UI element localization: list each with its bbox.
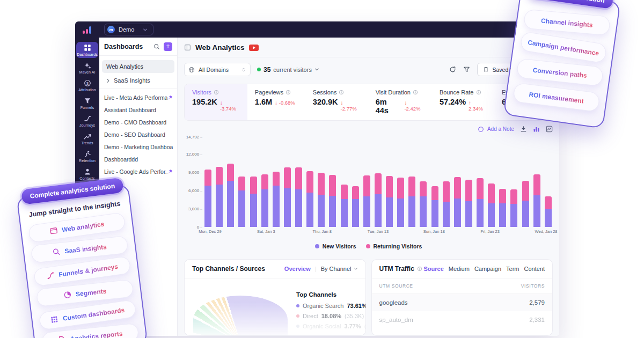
bar-chart-toggle-icon[interactable] <box>533 126 540 133</box>
current-visitors[interactable]: 35 current visitors <box>257 66 319 74</box>
utm-tab-source[interactable]: Source <box>423 266 443 272</box>
bar-segment-returning <box>284 167 291 189</box>
metric-pageviews[interactable]: Pageviews1.6M↓ -0.68% <box>247 84 305 120</box>
chart-bar[interactable] <box>499 189 506 227</box>
chart-bar[interactable] <box>295 167 302 227</box>
metric-visitors[interactable]: Visitors195.2K↓ -3.74% <box>185 84 247 120</box>
chart-bar[interactable] <box>488 183 495 227</box>
rail-item-funnels[interactable]: Funnels <box>76 95 98 111</box>
chart-bar[interactable] <box>465 180 472 227</box>
bar-segment-new <box>363 196 370 227</box>
channel-row-organic-social[interactable]: Organic Social3.77%(7.4K) <box>296 323 358 329</box>
add-note-button[interactable]: Add a Note <box>487 126 514 132</box>
chart-bar[interactable] <box>522 181 529 227</box>
promo-pill-roi-measurement[interactable]: ROI measurement <box>513 83 600 112</box>
rail-item-label: Maven AI <box>79 70 96 74</box>
chart-bar[interactable] <box>431 186 438 227</box>
download-icon[interactable] <box>520 126 527 133</box>
sparkle-icon <box>84 62 91 69</box>
metric-bounce-rate[interactable]: Bounce Rate57.24%↑ 2.34% <box>432 84 494 120</box>
chart-bar[interactable] <box>454 177 461 227</box>
line-chart-toggle-icon[interactable] <box>546 126 553 133</box>
add-dashboard-button[interactable]: + <box>164 42 172 51</box>
comment-icon[interactable] <box>478 126 484 133</box>
utm-tab-campaign[interactable]: Campaign <box>474 266 501 272</box>
panel-item-label: Demo - SEO Dashboard <box>104 131 173 138</box>
channel-row-direct[interactable]: Direct18.08%(35.3K) <box>296 313 358 319</box>
promo-pill-campaign-performance[interactable]: Campaign performance <box>519 31 608 64</box>
chart-bar[interactable] <box>420 181 427 227</box>
utm-tab-content[interactable]: Content <box>524 266 545 272</box>
refresh-icon[interactable] <box>449 66 456 73</box>
chart-bar[interactable] <box>408 177 415 227</box>
domain-select[interactable]: All Domains <box>184 63 251 76</box>
youtube-icon[interactable] <box>249 45 259 51</box>
chart-bar[interactable] <box>284 167 291 227</box>
rail-item-trends[interactable]: Trends <box>76 130 98 146</box>
arrow-down-icon: ↓ <box>220 100 223 106</box>
chart-bar[interactable] <box>443 181 450 227</box>
chart-bar[interactable] <box>363 175 370 227</box>
tab-overview[interactable]: Overview <box>284 266 311 272</box>
panel-group-saas-insights[interactable]: SaaS Insights <box>99 73 177 89</box>
workspace-switcher[interactable]: m Demo <box>104 24 153 35</box>
metric-sessions[interactable]: Sessions320.9K↓ -2.77% <box>305 84 368 120</box>
chart-bar[interactable] <box>238 177 245 227</box>
chart-bar[interactable] <box>250 177 257 227</box>
tab-by-channel[interactable]: By Channel <box>321 266 358 272</box>
bar-segment-returning <box>363 175 370 196</box>
arrow-down-icon: ↓ <box>275 100 277 106</box>
panel-item-live-google-ads-perfor[interactable]: Live - Google Ads Perfor... <box>99 165 177 178</box>
app-logo-icon <box>83 25 91 34</box>
panel-item-demo-marketing-dashboard[interactable]: Demo - Marketing Dashboard <box>99 141 177 153</box>
legend-dot-icon <box>366 244 370 248</box>
dashboard-square-icon <box>184 44 191 51</box>
utm-tab-term[interactable]: Term <box>506 266 519 272</box>
promo-pill-channel-insights[interactable]: Channel insights <box>523 9 611 36</box>
promo-pill-conversion-paths[interactable]: Conversion paths <box>516 58 604 86</box>
rail-item-attribution[interactable]: $Attribution <box>76 77 98 93</box>
chart-bar[interactable] <box>227 164 234 227</box>
chart-bar[interactable] <box>273 172 280 227</box>
contact-icon <box>84 168 91 175</box>
arrow-up-icon: ↑ <box>469 100 471 106</box>
chart-bar[interactable] <box>545 196 552 227</box>
chart-bar[interactable] <box>261 174 268 227</box>
filter-icon[interactable] <box>463 66 470 73</box>
attribution-promo-pills: Channel insightsCampaign performanceConv… <box>513 7 611 113</box>
panel-item-live-meta-ads-performa[interactable]: Live - Meta Ads Performa... <box>99 91 177 104</box>
rail-item-journeys[interactable]: Journeys <box>76 113 98 129</box>
utm-row-sp-auto-dm[interactable]: sp_auto_dm2,331 <box>372 311 553 328</box>
rail-item-maven-ai[interactable]: Maven AI <box>76 60 98 76</box>
panel-item-demo-cmo-dashboard[interactable]: Demo - CMO Dashboard <box>99 116 177 128</box>
chart-bar[interactable] <box>375 173 382 227</box>
chart-bar[interactable] <box>533 174 540 227</box>
rail-item-contacts[interactable]: Contacts <box>76 166 98 182</box>
channels-rows: Organic Search73.61%(143.7K)Direct18.08%… <box>296 303 358 329</box>
search-icon[interactable] <box>153 43 160 50</box>
chart-bar[interactable] <box>477 178 484 227</box>
chart-bar[interactable] <box>216 167 223 227</box>
chart-bar[interactable] <box>510 189 517 227</box>
channel-row-organic-search[interactable]: Organic Search73.61%(143.7K) <box>296 303 358 309</box>
metric-visit-duration[interactable]: Visit Duration6m 44s↓ -2.42% <box>368 84 432 120</box>
panel-item-demo-seo-dashboard[interactable]: Demo - SEO Dashboard <box>99 128 177 141</box>
chart-bar[interactable] <box>386 176 393 227</box>
chart-bar[interactable] <box>397 178 404 227</box>
panel-item-web-analytics[interactable]: Web Analytics <box>102 60 174 73</box>
chart-bar[interactable] <box>318 173 325 227</box>
chart-bar[interactable] <box>329 175 336 227</box>
panel-item-dashboarddd[interactable]: Dashboarddd <box>99 153 177 165</box>
chart-bar[interactable] <box>352 186 359 227</box>
chart-bar[interactable] <box>341 185 348 227</box>
chart-bar[interactable] <box>204 170 211 227</box>
metric-value: 1.6M <box>255 98 272 106</box>
panel-item-label: Demo - CMO Dashboard <box>104 119 173 126</box>
utm-tab-medium[interactable]: Medium <box>449 266 470 272</box>
attribution-promo-card: Multi-touch attribution Channel insights… <box>503 0 620 129</box>
panel-item-assistant-dashboard[interactable]: Assistant Dashboard <box>99 104 177 116</box>
chart-bar[interactable] <box>306 171 313 227</box>
rail-item-dashboards[interactable]: Dashboards <box>76 42 98 58</box>
rail-item-retention[interactable]: Retention <box>76 148 98 164</box>
utm-row-googleads[interactable]: googleads2,579 <box>372 294 553 311</box>
